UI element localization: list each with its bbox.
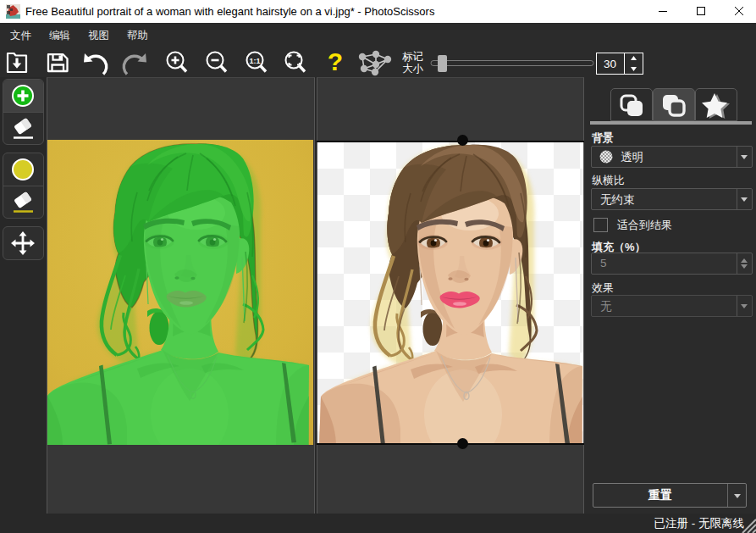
svg-text:标记: 标记 — [402, 51, 423, 63]
svg-text:30: 30 — [604, 58, 616, 70]
svg-text:大小: 大小 — [402, 63, 424, 75]
svg-text:1:1: 1:1 — [249, 57, 260, 65]
svg-text:?: ? — [328, 47, 343, 75]
